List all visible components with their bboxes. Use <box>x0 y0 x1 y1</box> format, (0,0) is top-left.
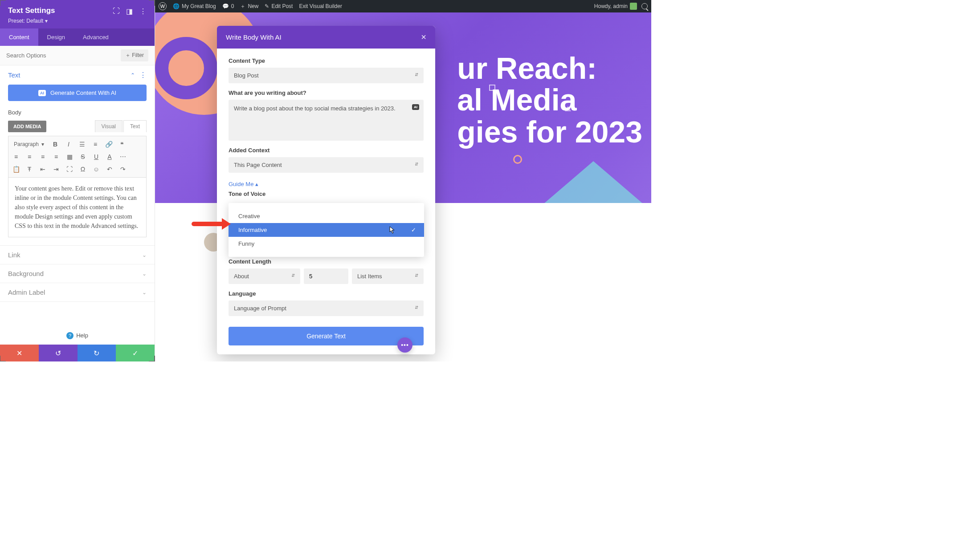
tone-option-creative[interactable]: Creative <box>229 209 424 223</box>
strike-icon[interactable]: S <box>78 152 88 162</box>
admin-search[interactable] <box>641 3 648 9</box>
section-more-icon[interactable]: ⋮ <box>139 71 147 79</box>
align-justify-icon[interactable]: ≡ <box>51 152 61 162</box>
cancel-button[interactable]: ✕ <box>0 345 39 361</box>
focus-icon[interactable]: ⛶ <box>113 7 120 14</box>
link-icon[interactable]: 🔗 <box>104 139 114 149</box>
edit-post-label: Edit Post <box>271 3 293 9</box>
align-center-icon[interactable]: ≡ <box>24 152 34 162</box>
table-icon[interactable]: ▦ <box>65 152 74 162</box>
about-textarea[interactable]: Write a blog post about the top social m… <box>229 100 424 141</box>
section-admin-label: Admin Label ⌄ <box>0 283 155 302</box>
about-value: Write a blog post about the top social m… <box>234 105 396 112</box>
generate-content-ai-button[interactable]: AIGenerate Content With AI <box>8 85 147 101</box>
guide-me-toggle[interactable]: Guide Me ▴ <box>229 181 258 187</box>
ai-modal: Write Body With AI × Content Type Blog P… <box>217 26 435 354</box>
more-icon[interactable]: ⋮ <box>139 7 147 14</box>
outdent-icon[interactable]: ⇤ <box>38 164 48 174</box>
cursor-icon <box>389 226 396 234</box>
italic-icon[interactable]: I <box>64 139 74 149</box>
redo-button[interactable]: ↻ <box>78 345 116 361</box>
exit-visual-builder[interactable]: Exit Visual Builder <box>299 3 342 9</box>
expand-icon[interactable]: ◨ <box>126 7 133 14</box>
site-name-label: My Great Blog <box>182 3 216 9</box>
tab-content[interactable]: Content <box>0 28 38 46</box>
underline-icon[interactable]: U <box>91 152 101 162</box>
tab-design[interactable]: Design <box>38 28 74 46</box>
hero-line: al Media <box>457 84 642 116</box>
section-label: Text <box>8 71 20 79</box>
fullscreen-icon[interactable]: ⛶ <box>65 164 74 174</box>
editor-toolbar: Paragraph ▾ B I ☰ ≡ 🔗 ❝ ≡ ≡ ≡ ≡ ▦ <box>8 136 147 178</box>
tone-label: Tone of Voice <box>229 191 424 197</box>
undo-button[interactable]: ↺ <box>39 345 78 361</box>
bold-icon[interactable]: B <box>50 139 60 149</box>
textcolor-icon[interactable]: A <box>105 152 114 162</box>
emoji-icon[interactable]: ☺ <box>91 164 101 174</box>
clear-icon[interactable]: Ŧ <box>24 164 34 174</box>
format-select[interactable]: Paragraph ▾ <box>11 140 47 148</box>
decor-ring <box>155 37 217 99</box>
site-name[interactable]: 🌐 My Great Blog <box>173 3 216 9</box>
ai-icon[interactable]: AI <box>412 104 419 110</box>
indent-icon[interactable]: ⇥ <box>51 164 61 174</box>
undo-icon[interactable]: ↶ <box>105 164 114 174</box>
action-bar: ✕ ↺ ↻ ✓ <box>0 345 155 361</box>
language-label: Language <box>229 290 424 297</box>
context-label: Added Context <box>229 147 424 154</box>
length-qualifier-value: About <box>234 273 249 280</box>
section-header[interactable]: Background ⌄ <box>0 264 155 283</box>
help-link[interactable]: ?Help <box>0 327 155 345</box>
more-toolbar-icon[interactable]: ⋯ <box>118 152 128 162</box>
length-number-input[interactable] <box>304 268 348 284</box>
howdy-label: Howdy, admin <box>594 3 628 9</box>
generate-text-button[interactable]: Generate Text <box>229 327 424 345</box>
context-select[interactable]: This Page Content <box>229 157 424 173</box>
section-header[interactable]: Text ⌃ ⋮ <box>0 65 155 85</box>
new-label: New <box>248 3 258 9</box>
align-right-icon[interactable]: ≡ <box>38 152 48 162</box>
search-input[interactable] <box>6 52 121 59</box>
floating-action-button[interactable]: ••• <box>397 337 412 353</box>
length-unit-value: List Items <box>357 273 382 280</box>
editor-tab-visual[interactable]: Visual <box>95 120 122 132</box>
section-link: Link ⌄ <box>0 246 155 264</box>
content-type-select[interactable]: Blog Post <box>229 68 424 83</box>
language-select[interactable]: Language of Prompt <box>229 300 424 316</box>
new-link[interactable]: ＋ New <box>240 3 258 10</box>
editor-tab-text[interactable]: Text <box>123 120 147 132</box>
specialchar-icon[interactable]: Ω <box>78 164 88 174</box>
ulist-icon[interactable]: ☰ <box>77 139 87 149</box>
tab-advanced[interactable]: Advanced <box>74 28 118 46</box>
add-media-button[interactable]: ADD MEDIA <box>8 121 46 132</box>
close-icon[interactable]: × <box>421 32 426 42</box>
chevron-up-icon: ⌃ <box>131 72 135 78</box>
quote-icon[interactable]: ❝ <box>117 139 127 149</box>
length-qualifier-select[interactable]: About <box>229 268 300 284</box>
sidebar-header: Text Settings ⛶ ◨ ⋮ Preset: Default ▾ <box>0 0 155 28</box>
settings-sidebar: Text Settings ⛶ ◨ ⋮ Preset: Default ▾ Co… <box>0 0 155 361</box>
preset-selector[interactable]: Preset: Default ▾ <box>8 18 147 24</box>
comments-link[interactable]: 💬 0 <box>222 3 234 9</box>
ai-icon: AI <box>38 90 46 96</box>
save-button[interactable]: ✓ <box>116 345 155 361</box>
edit-post-link[interactable]: ✎ Edit Post <box>265 3 293 9</box>
align-left-icon[interactable]: ≡ <box>11 152 21 162</box>
redo-icon[interactable]: ↷ <box>118 164 128 174</box>
paste-icon[interactable]: 📋 <box>11 164 21 174</box>
language-value: Language of Prompt <box>234 305 286 312</box>
tone-option-funny[interactable]: Funny <box>229 237 424 251</box>
howdy-user[interactable]: Howdy, admin <box>594 3 637 10</box>
search-row: ＋ Filter <box>0 46 155 65</box>
hero-heading: ur Reach: al Media gies for 2023 <box>457 53 642 148</box>
section-header[interactable]: Admin Label ⌄ <box>0 283 155 301</box>
section-header[interactable]: Link ⌄ <box>0 246 155 264</box>
filter-button[interactable]: ＋ Filter <box>121 49 148 61</box>
section-background: Background ⌄ <box>0 264 155 283</box>
content-length-label: Content Length <box>229 258 424 265</box>
olist-icon[interactable]: ≡ <box>90 139 100 149</box>
length-unit-select[interactable]: List Items <box>352 268 424 284</box>
panel-title: Text Settings <box>8 6 55 15</box>
wp-logo[interactable]: W <box>159 2 167 10</box>
editor-content[interactable]: Your content goes here. Edit or remove t… <box>8 178 147 237</box>
